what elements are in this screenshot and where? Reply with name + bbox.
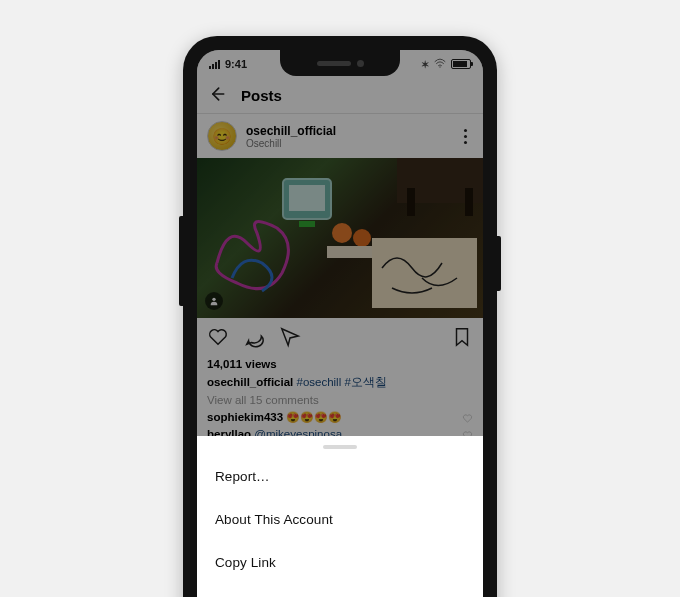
sheet-item-report[interactable]: Report… <box>197 455 483 498</box>
action-sheet: Report… About This Account Copy Link Sha… <box>197 436 483 597</box>
sheet-handle-icon[interactable] <box>323 445 357 449</box>
sheet-item-copy-link[interactable]: Copy Link <box>197 541 483 584</box>
notch <box>280 50 400 76</box>
phone-frame: 9:41 ✶ Posts 😊 <box>183 36 497 597</box>
sheet-item-share[interactable]: Share to… <box>197 584 483 597</box>
sheet-item-about[interactable]: About This Account <box>197 498 483 541</box>
screen: 9:41 ✶ Posts 😊 <box>197 50 483 597</box>
